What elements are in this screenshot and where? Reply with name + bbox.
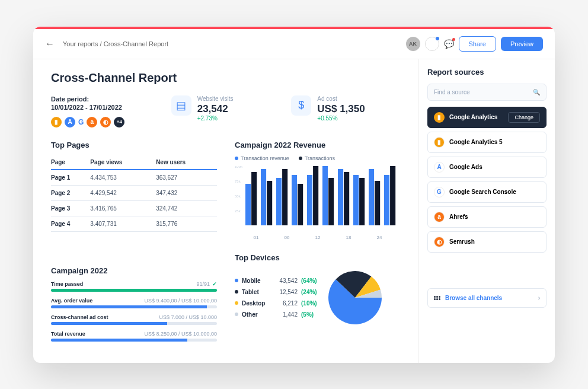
- adcost-label: Ad cost: [317, 95, 365, 102]
- table-header: New users: [156, 155, 217, 170]
- source-item[interactable]: ▮Google Analytics Change: [427, 107, 547, 128]
- adcost-delta: +0.55%: [317, 115, 365, 122]
- devices-widget: Top Devices Mobile 43,542 (64%) Tablet 1…: [235, 253, 401, 347]
- browse-all[interactable]: Browse all channels ›: [427, 288, 547, 308]
- chevron-right-icon: ›: [538, 295, 540, 301]
- source-item[interactable]: ◐Semrush: [427, 231, 547, 253]
- date-value: 10/01/2022 - 17/01/2022: [51, 104, 161, 111]
- table-header: Page views: [90, 155, 156, 170]
- visits-value: 23,542: [197, 103, 234, 115]
- svg-rect-18: [353, 175, 359, 225]
- header: ← Your reports / Cross-Channel Report AK…: [33, 29, 555, 59]
- svg-rect-13: [313, 166, 318, 225]
- svg-text:100k: 100k: [235, 166, 243, 168]
- svg-rect-6: [261, 169, 266, 225]
- progress-row: Avg. order valueUS$ 9.400,00 / US$ 10.00…: [51, 298, 217, 308]
- svg-rect-21: [375, 181, 380, 225]
- svg-rect-23: [390, 166, 395, 225]
- browse-label: Browse all channels: [445, 295, 502, 301]
- devices-title: Top Devices: [235, 253, 401, 262]
- search-input[interactable]: Find a source 🔍: [427, 84, 547, 101]
- svg-rect-20: [369, 169, 374, 225]
- svg-rect-22: [384, 175, 389, 225]
- progress-row: Time passed91/91✔: [51, 281, 217, 292]
- revenue-widget: Campaign 2022 Revenue Transaction revenu…: [235, 141, 401, 240]
- semrush-icon: ◐: [100, 117, 111, 127]
- table-row: Page 14.434,753363,627: [51, 170, 217, 186]
- app-window: ← Your reports / Cross-Channel Report AK…: [33, 27, 555, 363]
- pie-legend-row: Other 1,442 (5%): [235, 309, 317, 320]
- svg-text:75k: 75k: [235, 180, 241, 183]
- svg-rect-19: [359, 178, 365, 225]
- legend-1: Transaction revenue: [241, 155, 289, 161]
- svg-rect-5: [251, 172, 257, 225]
- change-button[interactable]: Change: [508, 112, 540, 123]
- avatar[interactable]: AK: [406, 37, 420, 51]
- svg-rect-8: [276, 178, 282, 225]
- svg-rect-11: [298, 184, 303, 225]
- sidebar: Report sources Find a source 🔍 ▮Google A…: [418, 59, 555, 363]
- header-right: AK 💬 Share Preview: [406, 36, 543, 52]
- row-1: Top Pages PagePage viewsNew usersPage 14…: [51, 141, 401, 240]
- content: Cross-Channel Report Date period: 10/01/…: [33, 59, 418, 363]
- svg-rect-15: [328, 178, 334, 225]
- svg-rect-4: [245, 184, 251, 225]
- svg-rect-16: [338, 169, 343, 225]
- page-title: Cross-Channel Report: [51, 71, 401, 85]
- breadcrumb[interactable]: Your reports / Cross-Channel Report: [63, 40, 168, 47]
- source-icons: ▮ A G a ◐ +4: [51, 117, 161, 127]
- campaign-title: Campaign 2022: [51, 266, 217, 275]
- progress-row: Total revenueUS$ 8.250,00 / US$ 10.000,0…: [51, 331, 217, 342]
- chat-icon[interactable]: 💬: [444, 39, 454, 49]
- svg-rect-9: [282, 169, 287, 225]
- pie-legend-row: Desktop 6,212 (10%): [235, 298, 317, 309]
- main-layout: Cross-Channel Report Date period: 10/01/…: [33, 59, 555, 363]
- pie-legend-row: Tablet 12,542 (24%): [235, 286, 317, 298]
- source-item[interactable]: AGoogle Ads: [427, 157, 547, 178]
- chart-legend: Transaction revenue Transactions: [235, 155, 401, 161]
- browser-icon: ▤: [171, 95, 191, 116]
- date-label: Date period:: [51, 95, 161, 103]
- pie-chart: [325, 268, 385, 327]
- search-placeholder: Find a source: [434, 89, 470, 95]
- x-axis: 0106121824: [235, 235, 401, 240]
- top-pages-title: Top Pages: [51, 141, 217, 149]
- svg-text:25k: 25k: [235, 209, 241, 213]
- source-item[interactable]: aAhrefs: [427, 206, 547, 228]
- svg-rect-12: [307, 175, 312, 225]
- svg-rect-14: [322, 166, 328, 225]
- row-2: Campaign 2022 Time passed91/91✔ Avg. ord…: [51, 253, 401, 347]
- google-icon: G: [78, 118, 84, 126]
- visits-label: Website visits: [197, 95, 234, 102]
- visits-delta: +2.73%: [197, 115, 234, 122]
- table-row: Page 33.416,765324,742: [51, 200, 217, 216]
- progress-row: Cross-channel ad costUS$ 7.000 / US$ 10.…: [51, 314, 217, 325]
- avatar-2[interactable]: [425, 37, 439, 51]
- date-widget: Date period: 10/01/2022 - 17/01/2022 ▮ A…: [51, 95, 161, 127]
- source-item[interactable]: GGoogle Search Console: [427, 181, 547, 203]
- table-row: Page 43.407,731315,776: [51, 216, 217, 231]
- more-icon[interactable]: +4: [114, 117, 124, 127]
- pages-table: PagePage viewsNew usersPage 14.434,75336…: [51, 155, 217, 232]
- kpi-row: Date period: 10/01/2022 - 17/01/2022 ▮ A…: [51, 95, 401, 127]
- legend-2: Transactions: [305, 155, 335, 161]
- svg-rect-7: [267, 181, 272, 225]
- bar-chart: 25k50k75k100k: [235, 166, 401, 231]
- back-button[interactable]: ←: [45, 39, 55, 49]
- pie-legend-row: Mobile 43,542 (64%): [235, 275, 317, 286]
- sidebar-title: Report sources: [427, 68, 547, 76]
- ahrefs-icon: a: [87, 117, 97, 127]
- revenue-title: Campaign 2022 Revenue: [235, 141, 401, 149]
- kpi-adcost: $ Ad cost US$ 1,350 +0.55%: [291, 95, 401, 127]
- kpi-visits: ▤ Website visits 23,542 +2.73%: [171, 95, 281, 127]
- analytics-icon: ▮: [51, 117, 62, 127]
- share-button[interactable]: Share: [459, 36, 496, 52]
- dollar-icon: $: [291, 95, 311, 116]
- preview-button[interactable]: Preview: [501, 37, 543, 51]
- pie-legend: Mobile 43,542 (64%) Tablet 12,542 (24%) …: [235, 275, 317, 320]
- table-row: Page 24.429,542347,432: [51, 185, 217, 200]
- adcost-value: US$ 1,350: [317, 103, 365, 115]
- ads-icon: A: [65, 117, 75, 127]
- source-item[interactable]: ▮Google Analytics 5: [427, 132, 547, 153]
- svg-text:50k: 50k: [235, 194, 241, 198]
